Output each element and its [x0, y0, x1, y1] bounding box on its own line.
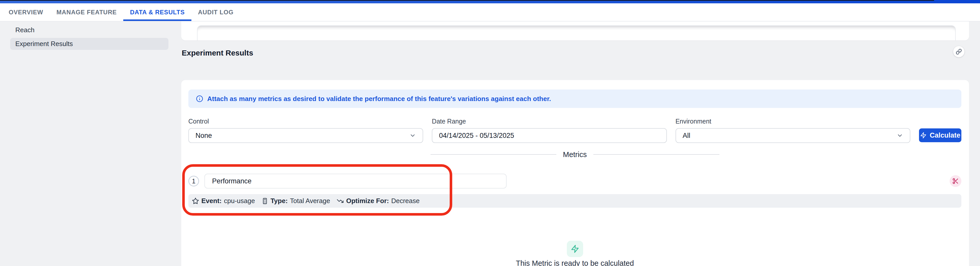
page-title: Experiment Results — [182, 49, 253, 57]
metrics-divider: Metrics — [431, 150, 719, 159]
control-label: Control — [188, 118, 423, 125]
control-field: Control None — [188, 118, 423, 143]
date-range-field: Date Range 04/14/2025 - 05/13/2025 — [432, 118, 667, 143]
environment-label: Environment — [676, 118, 910, 125]
tab-audit-log[interactable]: AUDIT LOG — [191, 3, 240, 21]
chevron-down-icon — [409, 132, 416, 139]
banner-text: Attach as many metrics as desired to val… — [207, 95, 551, 103]
divider-line — [593, 154, 719, 155]
event-label: Event: — [201, 197, 221, 205]
event-value: cpu-usage — [224, 197, 255, 205]
calculator-icon — [262, 198, 268, 204]
calculate-button[interactable]: Calculate — [919, 128, 961, 142]
date-range-input[interactable]: 04/14/2025 - 05/13/2025 — [432, 128, 667, 143]
star-icon — [192, 197, 199, 205]
metric-name-input[interactable] — [204, 174, 507, 189]
tab-overview[interactable]: OVERVIEW — [2, 3, 50, 21]
date-range-label: Date Range — [432, 118, 667, 125]
sidebar-item-reach[interactable]: Reach — [10, 24, 169, 36]
metric-item: 1 Event: cpu-usage — [188, 174, 961, 208]
metrics-divider-label: Metrics — [563, 151, 587, 159]
sidebar-item-experiment-results[interactable]: Experiment Results — [10, 38, 169, 50]
divider-line — [431, 154, 556, 155]
feature-tab-bar: OVERVIEW MANAGE FEATURE DATA & RESULTS A… — [0, 3, 980, 21]
zap-icon — [567, 241, 583, 257]
remove-metric-button[interactable] — [950, 175, 961, 187]
link-icon — [956, 49, 962, 55]
environment-select-value: All — [682, 132, 690, 139]
scrolled-previous-card-inner — [197, 25, 956, 40]
results-sidebar: Reach Experiment Results — [10, 24, 169, 52]
scissors-icon — [952, 178, 959, 184]
environment-select[interactable]: All — [676, 128, 910, 143]
red-annotation-circle — [182, 164, 452, 216]
zap-icon — [920, 132, 927, 139]
tab-data-and-results[interactable]: DATA & RESULTS — [123, 3, 191, 21]
date-range-value: 04/14/2025 - 05/13/2025 — [439, 132, 514, 139]
metric-index-badge: 1 — [188, 176, 199, 186]
section-header: Experiment Results — [181, 40, 969, 80]
metric-optimize-group: Optimize For: Decrease — [337, 197, 420, 205]
tab-manage-feature[interactable]: MANAGE FEATURE — [50, 3, 123, 21]
calculate-button-label: Calculate — [930, 131, 960, 139]
scrolled-previous-card — [181, 21, 969, 40]
metrics-info-banner: Attach as many metrics as desired to val… — [188, 90, 961, 108]
metric-name-row: 1 — [188, 174, 961, 189]
optimize-for-value: Decrease — [391, 197, 420, 205]
type-label: Type: — [270, 197, 288, 205]
environment-field: Environment All — [676, 118, 910, 143]
filter-row: Control None Date Range 04/14/2025 - 05/… — [188, 118, 961, 143]
chevron-down-icon — [897, 132, 903, 139]
top-progress-bar-track — [0, 0, 934, 1]
metric-type-group: Type: Total Average — [262, 197, 330, 205]
metric-ready-state: This Metric is ready to be calculated — [188, 241, 961, 266]
control-select[interactable]: None — [188, 128, 423, 143]
metric-event-group: Event: cpu-usage — [192, 197, 255, 205]
metric-summary-bar: Event: cpu-usage Type: Total Average — [188, 194, 961, 208]
type-value: Total Average — [290, 197, 330, 205]
copy-link-button[interactable] — [953, 46, 964, 57]
optimize-for-label: Optimize For: — [346, 197, 389, 205]
control-select-value: None — [196, 132, 212, 139]
experiment-results-card: Attach as many metrics as desired to val… — [181, 80, 969, 266]
metric-ready-text: This Metric is ready to be calculated — [188, 259, 961, 266]
info-icon — [196, 95, 203, 102]
top-progress-bar — [0, 0, 980, 3]
trending-down-icon — [337, 197, 344, 205]
